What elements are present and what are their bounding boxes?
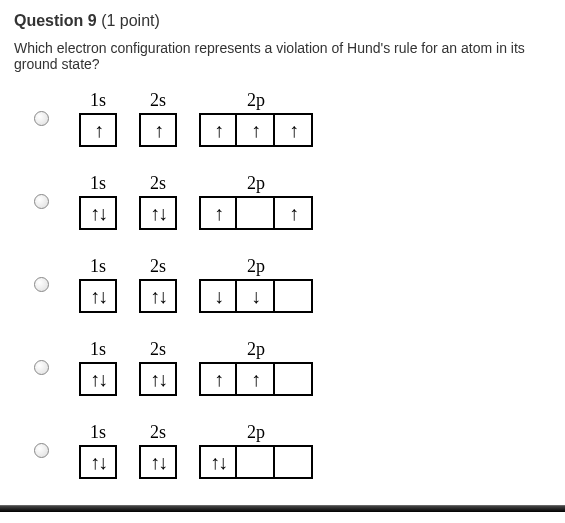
orbital-label: 2s [150,173,166,194]
orbital-label: 1s [90,256,106,277]
orbital-box: ↑ [139,113,177,147]
orbital-label: 1s [90,339,106,360]
orbital-label: 1s [90,173,106,194]
orbital-boxes: ↑↓ [79,445,117,479]
spin-arrow: ↑ [251,369,259,389]
spin-arrow: ↓ [214,286,222,306]
orbital-label: 2p [247,90,265,111]
spin-arrow: ↑ [214,120,222,140]
spin-arrow: ↑↓ [90,286,106,306]
spin-arrow: ↑ [154,120,162,140]
orbital-box: ↑ [199,113,237,147]
spin-arrow: ↑↓ [90,203,106,223]
orbital-box: ↑↓ [139,279,177,313]
orbital-boxes: ↑↓ [139,196,177,230]
orbital-boxes: ↑↓ [79,196,117,230]
orbital-box: ↑↓ [139,196,177,230]
radio-button[interactable] [34,443,49,458]
orbital-boxes: ↑↑ [199,362,313,396]
orbital-label: 1s [90,90,106,111]
orbital-boxes: ↑↓ [79,362,117,396]
orbital-label: 2p [247,256,265,277]
orbital-boxes: ↑↑↑ [199,113,313,147]
orbital-group: 1s↑↓ [79,256,117,313]
orbital-label: 2s [150,90,166,111]
orbital-label: 2s [150,256,166,277]
orbital-box [275,445,313,479]
orbital-group: 1s↑↓ [79,173,117,230]
orbital-label: 2p [247,339,265,360]
orbital-diagram: 1s↑2s↑2p↑↑↑ [79,90,313,147]
orbital-box: ↓ [199,279,237,313]
answer-option[interactable]: 1s↑↓2s↑↓2p↑↑ [14,339,551,396]
orbital-boxes: ↑ [139,113,177,147]
orbital-box: ↑ [275,113,313,147]
orbital-group: 2s↑↓ [139,339,177,396]
orbital-boxes: ↑↓ [139,445,177,479]
orbital-group: 2p↓↓ [199,256,313,313]
orbital-boxes: ↑↑ [199,196,313,230]
spin-arrow: ↑↓ [210,452,226,472]
spin-arrow: ↑↓ [150,452,166,472]
orbital-box [237,196,275,230]
radio-button[interactable] [34,194,49,209]
orbital-box: ↑↓ [139,362,177,396]
orbital-box: ↑↓ [79,279,117,313]
orbital-box: ↑↓ [79,196,117,230]
answer-option[interactable]: 1s↑↓2s↑↓2p↑↓ [14,422,551,479]
orbital-group: 1s↑↓ [79,422,117,479]
orbital-group: 2p↑↑ [199,173,313,230]
answer-option[interactable]: 1s↑2s↑2p↑↑↑ [14,90,551,147]
orbital-box: ↑↓ [199,445,237,479]
orbital-label: 2p [247,173,265,194]
orbital-box [275,279,313,313]
spin-arrow: ↑ [289,203,297,223]
orbital-group: 1s↑↓ [79,339,117,396]
orbital-boxes: ↑↓ [139,279,177,313]
orbital-box: ↑ [79,113,117,147]
orbital-label: 2s [150,339,166,360]
spin-arrow: ↑↓ [90,452,106,472]
spin-arrow: ↑↓ [150,286,166,306]
options-container: 1s↑2s↑2p↑↑↑1s↑↓2s↑↓2p↑↑1s↑↓2s↑↓2p↓↓1s↑↓2… [14,90,551,479]
orbital-group: 2p↑↑ [199,339,313,396]
orbital-label: 1s [90,422,106,443]
radio-button[interactable] [34,111,49,126]
radio-button[interactable] [34,360,49,375]
orbital-diagram: 1s↑↓2s↑↓2p↓↓ [79,256,313,313]
orbital-group: 2s↑ [139,90,177,147]
window-bottom-bar [0,505,565,512]
orbital-label: 2p [247,422,265,443]
spin-arrow: ↑ [289,120,297,140]
orbital-box: ↑ [199,362,237,396]
orbital-box: ↓ [237,279,275,313]
spin-arrow: ↑↓ [150,203,166,223]
orbital-boxes: ↑↓ [139,362,177,396]
orbital-boxes: ↑ [79,113,117,147]
spin-arrow: ↑ [94,120,102,140]
orbital-group: 2s↑↓ [139,173,177,230]
spin-arrow: ↑ [214,203,222,223]
answer-option[interactable]: 1s↑↓2s↑↓2p↓↓ [14,256,551,313]
orbital-box: ↑↓ [79,362,117,396]
spin-arrow: ↑ [214,369,222,389]
orbital-diagram: 1s↑↓2s↑↓2p↑↑ [79,339,313,396]
answer-option[interactable]: 1s↑↓2s↑↓2p↑↑ [14,173,551,230]
orbital-box: ↑ [237,362,275,396]
radio-button[interactable] [34,277,49,292]
orbital-group: 2p↑↓ [199,422,313,479]
orbital-box: ↑↓ [79,445,117,479]
question-points: (1 point) [101,12,160,29]
orbital-group: 2s↑↓ [139,422,177,479]
orbital-box: ↑ [237,113,275,147]
orbital-boxes: ↓↓ [199,279,313,313]
orbital-box [275,362,313,396]
spin-arrow: ↑↓ [90,369,106,389]
orbital-box: ↑ [199,196,237,230]
orbital-box: ↑↓ [139,445,177,479]
orbital-diagram: 1s↑↓2s↑↓2p↑↓ [79,422,313,479]
question-prompt: Which electron configuration represents … [14,40,551,72]
spin-arrow: ↑↓ [150,369,166,389]
question-header: Question 9 (1 point) [14,12,551,30]
orbital-box [237,445,275,479]
